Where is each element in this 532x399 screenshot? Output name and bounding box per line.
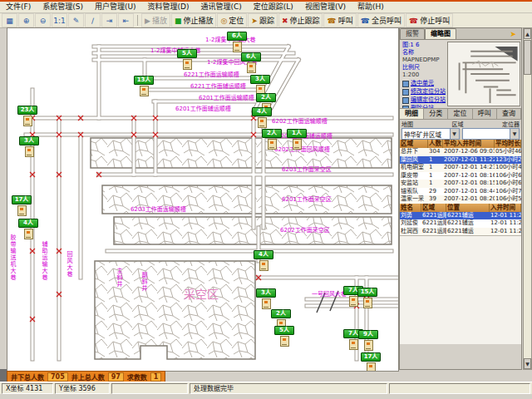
- column-header[interactable]: 姓名: [400, 204, 421, 212]
- station-badge[interactable]: 9人: [358, 329, 378, 351]
- table-cell: 2007-12-01 08:15:22: [443, 180, 495, 188]
- measure-icon[interactable]: ∕: [85, 13, 101, 27]
- info-action-link[interactable]: 修改定位分站: [402, 88, 446, 96]
- table-row[interactable]: 康皮带12007-12-01 08:16:22106小时6分: [400, 172, 521, 180]
- station-badge[interactable]: 6人: [241, 52, 261, 73]
- draw-pen-icon[interactable]: ✎: [68, 13, 84, 27]
- table-row[interactable]: 刘勇6221运顺6221辅运12-01 11:22 至: [400, 212, 521, 220]
- map-name-value: MAPNEDPMP: [402, 57, 446, 64]
- info-action-link[interactable]: 编辑定位分站: [402, 96, 446, 104]
- menu-item[interactable]: 资料管理(D): [142, 2, 195, 12]
- tunnel-label: 6203工作面运输顺槽: [131, 206, 186, 213]
- station-badge[interactable]: 4人: [18, 218, 38, 239]
- zoom-in-icon[interactable]: ⊕: [18, 13, 34, 27]
- table-row[interactable]: 锚索队292007-12-01 08:44:41106小时7分: [400, 188, 521, 196]
- column-header[interactable]: 区域: [421, 204, 446, 212]
- reader-station-icon: [280, 336, 289, 347]
- menu-item[interactable]: 定位跟踪(L): [248, 2, 299, 12]
- thumbnail-map[interactable]: [447, 42, 520, 106]
- tab-alarm[interactable]: 报警: [400, 28, 425, 39]
- column-header[interactable]: 人数: [428, 140, 443, 148]
- tunnel-label: 采空区: [184, 291, 219, 298]
- info-action-label: 修改定位分站: [411, 88, 446, 96]
- tab-detail[interactable]: 呼叫: [473, 109, 497, 119]
- chevron-down-icon[interactable]: ▼: [450, 129, 459, 139]
- table-cell: 2007-12-06 09:03:48: [443, 148, 495, 156]
- zoom-out-icon[interactable]: ⊖: [35, 13, 51, 27]
- menu-item[interactable]: 用户管理(U): [89, 2, 142, 12]
- sidebar-scrollbar[interactable]: ▲ ▼: [523, 27, 532, 370]
- table-row[interactable]: 刘延俊6221运顺6221辅运12-01 11:22 至: [400, 219, 521, 228]
- station-badge[interactable]: 6人: [227, 31, 247, 52]
- menu-item[interactable]: 视图管理(V): [299, 2, 352, 12]
- call-button[interactable]: ☎呼叫: [323, 13, 356, 27]
- column-header[interactable]: 区域: [400, 140, 428, 148]
- station-badge[interactable]: 4人: [254, 249, 273, 271]
- station-badge[interactable]: 5人: [274, 325, 294, 347]
- export-map-icon[interactable]: ⇤: [118, 13, 134, 27]
- zoom-actual-icon[interactable]: 1:1: [52, 13, 67, 27]
- menu-item[interactable]: 通讯管理(C): [195, 2, 248, 12]
- table-row[interactable]: 总井下3042007-12-06 09:03:4805小时46分: [400, 148, 521, 156]
- station-badge[interactable]: 15人: [357, 287, 377, 308]
- menu-item[interactable]: 文件(F): [0, 2, 37, 12]
- station-badge[interactable]: 3人: [256, 288, 276, 309]
- tunnel-label: 一号回风大巷: [312, 291, 347, 298]
- table-cell: 2007-12-01 08:44:41: [443, 188, 495, 196]
- tab-detail[interactable]: 定位: [448, 109, 472, 119]
- stop-track-button[interactable]: ✖停止跟踪: [278, 13, 323, 27]
- scroll-up-icon[interactable]: ▲: [524, 28, 531, 39]
- table-row[interactable]: 安监站12007-12-01 08:15:22106小时6分: [400, 180, 521, 188]
- table-cell: 106小时6分: [495, 180, 521, 188]
- tab-detail[interactable]: 明细: [400, 109, 424, 119]
- tab-detail[interactable]: 查询: [497, 109, 521, 119]
- track-icon: ➤: [251, 17, 258, 25]
- station-badge[interactable]: 13人: [134, 75, 154, 96]
- info-action-link[interactable]: 删除分站: [402, 105, 446, 108]
- column-header[interactable]: 位置: [446, 204, 490, 212]
- tab-thumbnail[interactable]: 缩略图: [425, 28, 456, 39]
- station-badge[interactable]: 17人: [12, 195, 32, 216]
- play-icon: ▶: [145, 17, 150, 25]
- area-select-value: 神华矿井区域: [402, 130, 450, 139]
- fit-view-icon[interactable]: ▦: [2, 13, 17, 27]
- locate-button[interactable]: ◎定位: [217, 13, 247, 27]
- column-header[interactable]: 平均时长: [495, 140, 521, 148]
- station-badge[interactable]: 4人: [252, 106, 272, 128]
- table-row[interactable]: 温家一采392007-12-01 08:20:21106小时5分: [400, 195, 521, 204]
- column-header[interactable]: 入井时间: [490, 204, 521, 212]
- call-all-button[interactable]: ☎全员呼叫: [357, 13, 405, 27]
- locator-select[interactable]: ▼: [462, 128, 520, 140]
- table-cell: 安监站: [400, 180, 428, 188]
- table-row[interactable]: 康回风12007-12-01 11:22:06123小时29分: [400, 156, 521, 165]
- person-count-label: 13人: [134, 76, 154, 85]
- station-badge[interactable]: 3人: [19, 135, 39, 157]
- import-map-icon[interactable]: ⇥: [101, 13, 117, 27]
- tab-detail[interactable]: 分类: [424, 109, 448, 119]
- column-header[interactable]: 平均入井时间: [443, 140, 495, 148]
- table-cell: 2007-12-01 08:16:22: [443, 172, 495, 180]
- station-badge[interactable]: 2人: [262, 128, 282, 150]
- scroll-thumb[interactable]: [524, 40, 531, 75]
- station-badge[interactable]: 5人: [177, 48, 197, 70]
- action-icon: [402, 97, 409, 104]
- station-badge[interactable]: 1人: [287, 128, 307, 150]
- station-badge[interactable]: 23人: [17, 105, 37, 126]
- reader-station-icon: [367, 362, 376, 372]
- table-row[interactable]: 杜润西6221运顺6221辅运12-01 11:23 至: [400, 228, 521, 236]
- scroll-down-icon[interactable]: ▼: [524, 358, 531, 369]
- info-action-link[interactable]: 选中单元: [402, 80, 446, 87]
- stop-call-button[interactable]: ☎停止呼叫: [406, 13, 453, 27]
- mine-map-canvas[interactable]: 1-2煤集中运输大巷1-2煤集中辅运大巷1-2煤集中回风大巷6221工作面运输顺…: [7, 27, 399, 372]
- stop-play-button[interactable]: ■停止播放: [171, 13, 217, 27]
- pin-arrow-icon[interactable]: ➤: [510, 29, 516, 39]
- chevron-down-icon[interactable]: ▼: [510, 129, 519, 139]
- station-badge[interactable]: 17人: [361, 352, 381, 372]
- menu-item[interactable]: 系统管理(S): [37, 2, 89, 12]
- locator-filter-label: 定位器: [502, 120, 520, 127]
- table-cell: 100小时42分: [495, 164, 521, 172]
- table-row[interactable]: 机电硐室12007-12-01 14:23:28100小时42分: [400, 164, 521, 172]
- track-button[interactable]: ➤跟踪: [248, 13, 278, 27]
- menu-item[interactable]: 帮助(H): [352, 2, 390, 12]
- area-select[interactable]: 神华矿井区域 ▼: [401, 128, 460, 140]
